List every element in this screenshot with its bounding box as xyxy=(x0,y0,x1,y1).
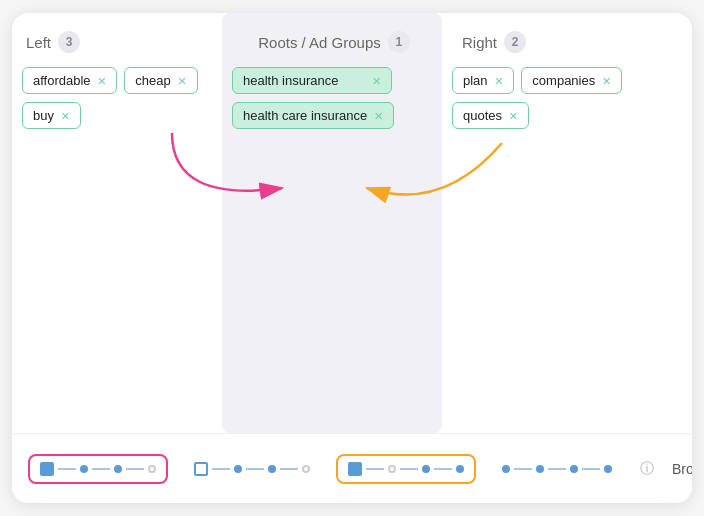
col-left: Left 3 affordable × cheap × buy × xyxy=(12,13,222,433)
left-tags-row1: affordable × cheap × xyxy=(22,67,212,94)
center-tags-row1: health insurance × xyxy=(232,67,432,94)
dot-1 xyxy=(80,465,88,473)
tag-health-insurance[interactable]: health insurance × xyxy=(232,67,392,94)
center-badge: 1 xyxy=(388,31,410,53)
right-tags-row1: plan × companies × xyxy=(452,67,682,94)
connector-12 xyxy=(582,468,600,470)
connector-3 xyxy=(126,468,144,470)
col-center: Roots / Ad Groups 1 health insurance × h… xyxy=(222,13,442,433)
bottom-bar: ⓘ Broad ◀ " " [ ] xyxy=(12,433,692,503)
connector-4 xyxy=(212,468,230,470)
tag-plan-x[interactable]: × xyxy=(495,72,504,89)
tag-cheap-x[interactable]: × xyxy=(178,72,187,89)
dot-13 xyxy=(604,465,612,473)
connector-10 xyxy=(514,468,532,470)
dot-4 xyxy=(234,465,242,473)
tag-health-insurance-x[interactable]: × xyxy=(372,72,381,89)
tag-health-care-insurance-label: health care insurance xyxy=(243,108,367,123)
tag-plan[interactable]: plan × xyxy=(452,67,514,94)
tag-cheap[interactable]: cheap × xyxy=(124,67,197,94)
dot-9 xyxy=(456,465,464,473)
top-area: Left 3 affordable × cheap × buy × xyxy=(12,13,692,433)
match-group-4[interactable] xyxy=(490,457,624,481)
center-label: Roots / Ad Groups xyxy=(258,34,381,51)
match-square-filled-pink xyxy=(40,462,54,476)
tag-affordable[interactable]: affordable × xyxy=(22,67,117,94)
tag-buy-x[interactable]: × xyxy=(61,107,70,124)
connector-7 xyxy=(366,468,384,470)
dot-2 xyxy=(114,465,122,473)
dot-8 xyxy=(422,465,430,473)
dot-5 xyxy=(268,465,276,473)
tag-health-care-insurance-x[interactable]: × xyxy=(374,107,383,124)
tag-buy[interactable]: buy × xyxy=(22,102,81,129)
connector-8 xyxy=(400,468,418,470)
center-tags-row2: health care insurance × xyxy=(232,102,432,129)
right-label: Right xyxy=(462,34,497,51)
tag-affordable-x[interactable]: × xyxy=(98,72,107,89)
col-right: Right 2 plan × companies × quotes × xyxy=(442,13,692,433)
tag-cheap-label: cheap xyxy=(135,73,170,88)
connector-11 xyxy=(548,468,566,470)
match-square-empty xyxy=(194,462,208,476)
connector-5 xyxy=(246,468,264,470)
tag-quotes[interactable]: quotes × xyxy=(452,102,529,129)
left-tags-row2: buy × xyxy=(22,102,212,129)
match-group-plain[interactable] xyxy=(182,454,322,484)
center-header: Roots / Ad Groups 1 xyxy=(232,31,432,53)
info-icon[interactable]: ⓘ xyxy=(640,460,654,478)
tag-health-insurance-label: health insurance xyxy=(243,73,338,88)
connector-6 xyxy=(280,468,298,470)
tag-buy-label: buy xyxy=(33,108,54,123)
connector-2 xyxy=(92,468,110,470)
dot-11 xyxy=(536,465,544,473)
dot-7 xyxy=(388,465,396,473)
tag-companies-label: companies xyxy=(532,73,595,88)
tag-companies[interactable]: companies × xyxy=(521,67,622,94)
main-card: Left 3 affordable × cheap × buy × xyxy=(12,13,692,503)
tag-plan-label: plan xyxy=(463,73,488,88)
match-group-orange[interactable] xyxy=(336,454,476,484)
left-badge: 3 xyxy=(58,31,80,53)
right-header: Right 2 xyxy=(452,31,682,53)
right-tags-row2: quotes × xyxy=(452,102,682,129)
match-square-filled-orange xyxy=(348,462,362,476)
tag-companies-x[interactable]: × xyxy=(602,72,611,89)
dot-12 xyxy=(570,465,578,473)
dot-10 xyxy=(502,465,510,473)
connector-9 xyxy=(434,468,452,470)
tag-quotes-label: quotes xyxy=(463,108,502,123)
tag-health-care-insurance[interactable]: health care insurance × xyxy=(232,102,394,129)
broad-label: Broad xyxy=(672,461,692,477)
match-group-pink[interactable] xyxy=(28,454,168,484)
dot-3 xyxy=(148,465,156,473)
tag-affordable-label: affordable xyxy=(33,73,91,88)
tag-quotes-x[interactable]: × xyxy=(509,107,518,124)
dot-6 xyxy=(302,465,310,473)
left-label: Left xyxy=(26,34,51,51)
connector-1 xyxy=(58,468,76,470)
right-badge: 2 xyxy=(504,31,526,53)
left-header: Left 3 xyxy=(22,31,212,53)
